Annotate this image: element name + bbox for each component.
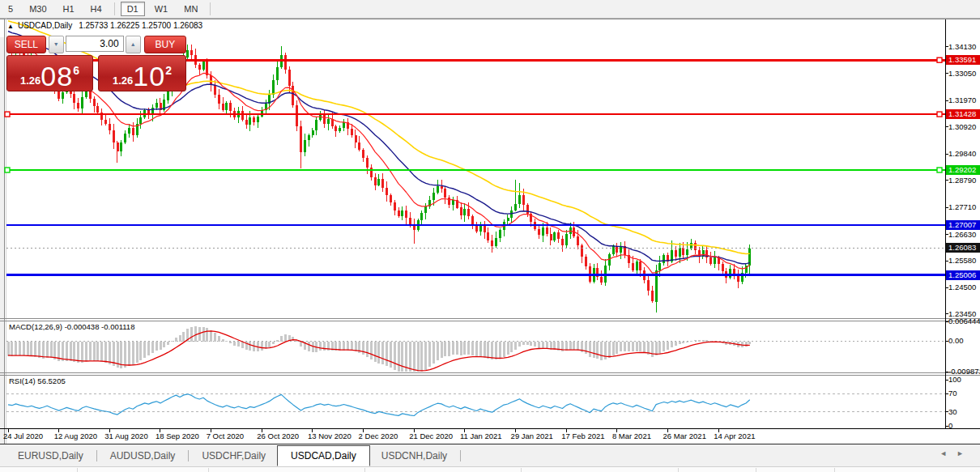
timeframe-button-mn[interactable]: MN bbox=[177, 2, 204, 16]
chart-tab-usdchf-daily[interactable]: USDCHF,Daily bbox=[190, 446, 277, 466]
macd-histogram bbox=[7, 326, 752, 374]
chart-ohlc-label: 1.25733 1.26225 1.25700 1.26083 bbox=[79, 21, 202, 30]
price-badge-1.33591: 1.33591 bbox=[946, 55, 980, 65]
price-badge-1.29202: 1.29202 bbox=[946, 165, 980, 175]
price-badge-1.27007: 1.27007 bbox=[946, 220, 980, 230]
statusbar-separator bbox=[208, 468, 209, 472]
date-label: 2 Dec 2020 bbox=[359, 432, 398, 440]
chart-symbol-label: USDCAD,Daily bbox=[18, 21, 72, 30]
chart-title: ▲USDCAD,Daily1.25733 1.26225 1.25700 1.2… bbox=[7, 21, 202, 30]
macd-label: MACD(12,26,9) -0.000438 -0.001118 bbox=[9, 322, 134, 331]
statusbar-separator bbox=[521, 468, 522, 472]
date-label: 18 Sep 2020 bbox=[156, 432, 199, 440]
volume-increase-button[interactable]: ▲ bbox=[126, 36, 141, 53]
timeframe-button-d1[interactable]: D1 bbox=[121, 2, 145, 16]
date-label: 26 Oct 2020 bbox=[257, 432, 299, 440]
timeframe-button-h1[interactable]: H1 bbox=[57, 2, 81, 16]
buy-price-big: 10 bbox=[133, 62, 165, 90]
chevron-down-icon: ▼ bbox=[53, 41, 59, 47]
axis-label-1.31970: 1.31970 bbox=[948, 96, 976, 105]
rsi-line bbox=[8, 394, 750, 416]
date-label: 7 Oct 2020 bbox=[207, 432, 244, 440]
date-label: 24 Jul 2020 bbox=[3, 432, 43, 440]
statusbar-separator bbox=[77, 468, 78, 472]
collapse-triangle-icon[interactable]: ▲ bbox=[7, 23, 14, 30]
buy-price-sup: 2 bbox=[165, 58, 172, 83]
date-label: 14 Apr 2021 bbox=[714, 432, 755, 440]
chart-tab-bar: EURUSD,DailyAUDUSD,DailyUSDCHF,DailyUSDC… bbox=[0, 444, 980, 467]
axis-label-100: 100 bbox=[948, 375, 961, 385]
timeframe-button-m30[interactable]: M30 bbox=[23, 2, 53, 16]
axis-label-1.28790: 1.28790 bbox=[948, 176, 976, 185]
axis-label-0.00: 0.00 bbox=[948, 336, 964, 346]
one-click-trading-panel: SELL ▼ ▲ BUY 1.26086 1.26102 bbox=[6, 36, 186, 89]
chevron-up-icon: ▲ bbox=[130, 41, 136, 47]
date-label: 11 Jan 2021 bbox=[460, 432, 502, 440]
chart-tab-audusd-daily[interactable]: AUDUSD,Daily bbox=[99, 446, 187, 466]
chart-tabs: EURUSD,DailyAUDUSD,DailyUSDCHF,DailyUSDC… bbox=[6, 444, 462, 467]
tab-scroll-right-button[interactable]: ► bbox=[957, 449, 974, 457]
statusbar-separator bbox=[364, 468, 365, 472]
tab-separator bbox=[96, 450, 97, 461]
chart-window: ▲USDCAD,Daily1.25733 1.26225 1.25700 1.2… bbox=[0, 19, 980, 444]
axis-label-1.34130: 1.34130 bbox=[948, 42, 976, 52]
axis-label-1.24500: 1.24500 bbox=[948, 283, 976, 292]
chart-tab-eurusd-daily[interactable]: EURUSD,Daily bbox=[6, 446, 95, 466]
line-anchor[interactable] bbox=[937, 112, 942, 117]
statusbar-separator bbox=[678, 468, 679, 472]
axis-label-30: 30 bbox=[948, 407, 957, 417]
timeframe-toolbar: 5M30H1H4D1W1MN bbox=[0, 0, 980, 19]
chart-tab-usdcnh-daily[interactable]: USDCNH,Daily bbox=[370, 446, 458, 466]
timeframe-button-w1[interactable]: W1 bbox=[148, 2, 175, 16]
statusbar-separator bbox=[756, 468, 756, 472]
date-label: 29 Jan 2021 bbox=[511, 432, 553, 440]
tab-separator bbox=[188, 450, 189, 461]
axis-label-1.26630: 1.26630 bbox=[948, 230, 976, 240]
axis-label-0.006444: 0.006444 bbox=[948, 317, 980, 326]
date-label: 17 Feb 2021 bbox=[561, 432, 604, 440]
line-anchor[interactable] bbox=[5, 168, 10, 172]
rsi-label: RSI(14) 56.5205 bbox=[9, 376, 66, 385]
statusbar-separator bbox=[834, 468, 835, 472]
date-label: 12 Aug 2020 bbox=[54, 432, 97, 440]
date-label: 26 Mar 2021 bbox=[663, 432, 706, 440]
sell-price-sup: 6 bbox=[73, 58, 79, 83]
status-bar bbox=[0, 466, 980, 472]
price-badge-1.26083: 1.26083 bbox=[946, 243, 980, 253]
timeframe-button-h4[interactable]: H4 bbox=[84, 2, 109, 16]
axis-label-1.27710: 1.27710 bbox=[948, 202, 976, 212]
axis-label-1.30920: 1.30920 bbox=[948, 122, 976, 132]
toolbar-separator bbox=[114, 2, 115, 15]
axis-label-0: 0 bbox=[948, 421, 952, 431]
volume-decrease-button[interactable]: ▼ bbox=[49, 36, 64, 53]
buy-button[interactable]: BUY bbox=[144, 36, 186, 53]
axis-label-1.33050: 1.33050 bbox=[948, 69, 976, 79]
volume-input[interactable] bbox=[66, 36, 124, 52]
sell-price-big: 08 bbox=[40, 62, 73, 90]
date-label: 8 Mar 2021 bbox=[612, 432, 651, 440]
date-label: 31 Aug 2020 bbox=[104, 432, 147, 440]
line-anchor[interactable] bbox=[5, 112, 10, 117]
price-badge-1.31428: 1.31428 bbox=[946, 109, 980, 119]
axis-label-1.25580: 1.25580 bbox=[948, 256, 976, 266]
axis-label-1.29840: 1.29840 bbox=[948, 149, 976, 159]
line-anchor[interactable] bbox=[937, 57, 942, 62]
mt4-window: 5M30H1H4D1W1MN ▲USDCAD,Daily1.25733 1.26… bbox=[0, 0, 980, 472]
date-label: 13 Nov 2020 bbox=[308, 432, 352, 440]
tab-scroll-left-button[interactable]: ◄ bbox=[940, 449, 957, 457]
date-label: 21 Dec 2020 bbox=[409, 432, 453, 440]
sell-price-button[interactable]: 1.26086 bbox=[6, 55, 93, 91]
axis-label-70: 70 bbox=[948, 389, 957, 398]
timeframe-button-5[interactable]: 5 bbox=[2, 2, 19, 16]
price-badge-1.25006: 1.25006 bbox=[946, 270, 980, 280]
buy-price-button[interactable]: 1.26102 bbox=[98, 55, 186, 91]
tab-scroll-arrows: ◄► bbox=[940, 449, 974, 457]
sell-button[interactable]: SELL bbox=[6, 36, 46, 53]
line-anchor[interactable] bbox=[937, 168, 942, 172]
toolbar-separator bbox=[210, 2, 211, 15]
chart-tab-usdcad-daily[interactable]: USDCAD,Daily bbox=[277, 445, 370, 466]
sell-price-prefix: 1.26 bbox=[20, 72, 40, 90]
tab-separator bbox=[460, 450, 461, 461]
buy-price-prefix: 1.26 bbox=[113, 72, 133, 90]
